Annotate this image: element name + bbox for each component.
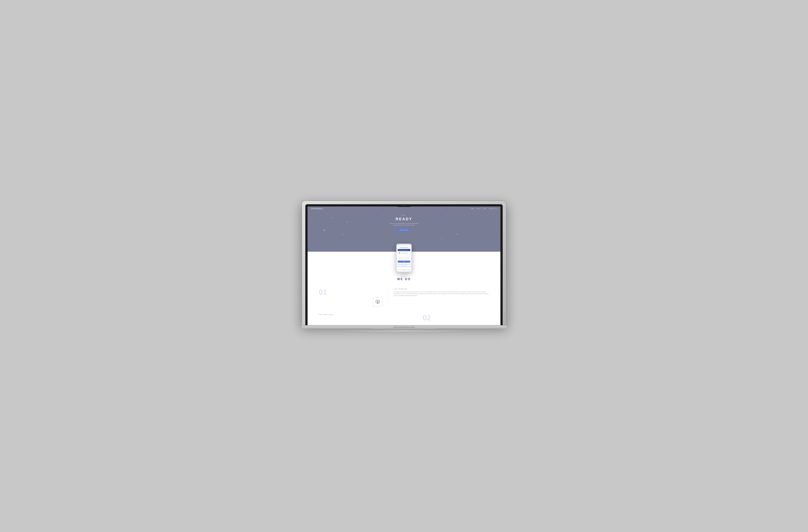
- float-icon-person: 👤: [319, 223, 322, 225]
- hero-cta-button[interactable]: LEARN MORE: [398, 229, 410, 231]
- hero-subtitle: We are a social tech company passionate …: [389, 223, 419, 226]
- problem-section: 01: [308, 288, 500, 310]
- navbar: trainsquare HOME ABOUT FAQs CONTACT US: [308, 207, 500, 211]
- laptop-base: [301, 325, 507, 328]
- laptop-notch: [393, 326, 415, 328]
- phone-app-logo: trainsquare: [398, 247, 410, 248]
- phone-battery: ▪▪▪: [409, 244, 410, 245]
- solution-left-col: THE SOLUTION: [319, 314, 419, 321]
- problem-number: 01: [319, 288, 327, 296]
- solution-title: THE SOLUTION: [319, 314, 419, 315]
- phone-google-button[interactable]: Continue with Google: [398, 252, 410, 254]
- svg-point-3: [377, 301, 378, 302]
- float-icon-dot1: ✦: [342, 233, 344, 235]
- phone-nav-profile-icon[interactable]: ◯: [408, 270, 409, 271]
- problem-icon-svg: [375, 300, 380, 304]
- laptop-foot: [343, 330, 465, 331]
- camera-dot: [403, 205, 405, 206]
- phone-password-input[interactable]: [398, 259, 410, 260]
- nav-link-contact[interactable]: CONTACT US: [489, 208, 497, 209]
- fb-button-label: Continue with Facebook: [400, 250, 407, 250]
- phone-nav-search-icon[interactable]: ⊙: [403, 270, 404, 271]
- laptop-body: trainsquare HOME ABOUT FAQs CONTACT US ♥: [301, 201, 507, 325]
- float-icon-grid: ⊞: [457, 233, 458, 235]
- hero-section: ♥ ☎ ★ 👤 ♪ 👤 ⤷ ⊞ 👤 ✦ ✦ GET: [308, 211, 500, 252]
- facebook-icon: f: [399, 249, 399, 250]
- laptop-container: trainsquare HOME ABOUT FAQs CONTACT US ♥: [301, 201, 507, 331]
- divider-line-left: [398, 255, 403, 256]
- problem-title: THE PROBLEM: [394, 288, 489, 290]
- nav-logo: trainsquare: [311, 208, 323, 210]
- google-button-label: Continue with Google: [401, 253, 407, 253]
- screen: trainsquare HOME ABOUT FAQs CONTACT US ♥: [308, 207, 500, 325]
- problem-icon-box: [373, 297, 382, 307]
- camera-notch: [397, 204, 411, 207]
- phone-time: 9:41: [398, 244, 399, 245]
- screen-bezel: trainsquare HOME ABOUT FAQs CONTACT US ♥: [305, 204, 503, 325]
- float-icon-dot2: ✦: [441, 238, 443, 240]
- solution-number: 02: [423, 314, 431, 321]
- phone-status-bar: 9:41 ▪▪▪: [397, 244, 411, 246]
- phone-register-button[interactable]: Continue as Guest: [398, 265, 410, 267]
- what-title: WE DO: [308, 278, 500, 281]
- what-label: WHAT: [308, 276, 500, 277]
- svg-rect-0: [376, 300, 380, 303]
- phone-facebook-button[interactable]: f Continue with Facebook: [398, 249, 410, 251]
- float-icon-star: ★: [346, 221, 348, 223]
- hero-title: READY: [311, 217, 497, 221]
- problem-left-col: 01: [319, 288, 382, 307]
- float-icon-phone: ☎: [323, 229, 325, 231]
- float-icon-share: ⤷: [480, 229, 481, 231]
- phone-or-divider: or: [398, 255, 410, 256]
- problem-right-col: THE PROBLEM Technology and urbanization …: [394, 288, 489, 307]
- nav-link-home[interactable]: HOME: [471, 208, 474, 209]
- phone: 9:41 ▪▪▪ trainsquare f Continue with Fac…: [397, 244, 411, 272]
- phone-login-button[interactable]: Login: [398, 261, 410, 263]
- nav-link-about[interactable]: ABOUT: [476, 208, 481, 209]
- problem-text: Technology and urbanization brought grea…: [394, 291, 489, 297]
- laptop-stand: [373, 328, 435, 330]
- website: trainsquare HOME ABOUT FAQs CONTACT US ♥: [308, 207, 500, 325]
- phone-nav-home-icon[interactable]: ⌂: [399, 270, 399, 271]
- divider-line-right: [405, 255, 410, 256]
- nav-link-faqs[interactable]: FAQs: [483, 208, 486, 209]
- or-text: or: [404, 255, 404, 256]
- phone-email-input[interactable]: [398, 257, 410, 258]
- phone-forgot-password[interactable]: Forgot password?: [398, 263, 410, 264]
- nav-links: HOME ABOUT FAQs CONTACT US: [471, 208, 497, 209]
- google-icon: [399, 252, 400, 253]
- hero-pre-title: GET: [311, 214, 497, 216]
- solution-section: THE SOLUTION 02: [308, 310, 500, 325]
- solution-right-col: 02: [423, 314, 489, 321]
- phone-mockup: 9:41 ▪▪▪ trainsquare f Continue with Fac…: [397, 244, 411, 272]
- phone-bottom-bar: ⌂ ⊙ ◯: [397, 269, 411, 272]
- phone-screen: trainsquare f Continue with Facebook Con…: [397, 246, 411, 269]
